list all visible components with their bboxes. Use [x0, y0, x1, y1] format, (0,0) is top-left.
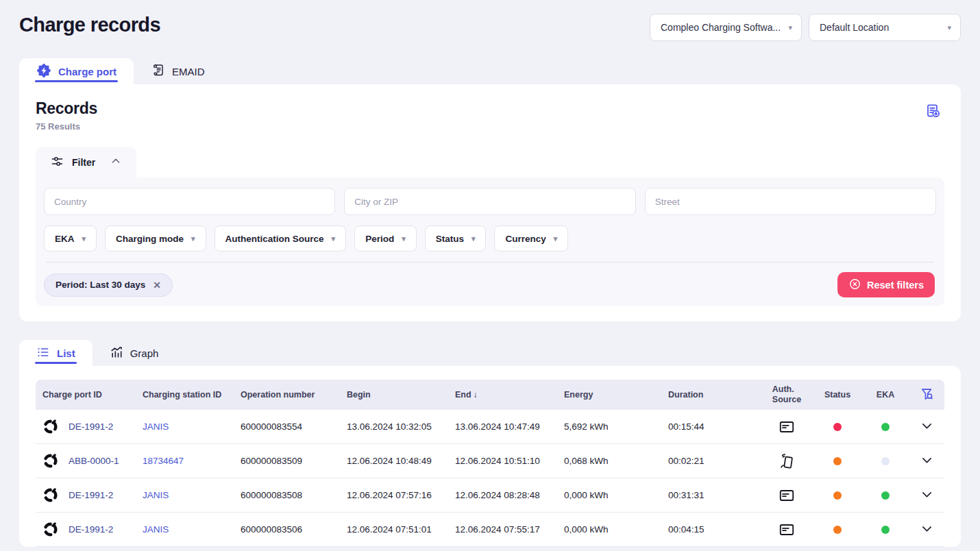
city-zip-input[interactable]	[344, 188, 635, 215]
tab-charge-port-label: Charge port	[58, 66, 117, 77]
eka-dropdown-label: EKA	[55, 234, 75, 244]
chevron-down-icon: ▾	[402, 235, 406, 243]
charge-port-id-link[interactable]: DE-1991-2	[69, 490, 113, 500]
expand-row-button[interactable]	[918, 486, 935, 505]
status-dot	[833, 423, 842, 431]
status-dot	[833, 491, 842, 500]
chevron-down-icon: ▾	[788, 24, 792, 32]
charging-mode-dropdown[interactable]: Charging mode ▾	[105, 225, 206, 252]
period-dropdown[interactable]: Period ▾	[354, 225, 417, 252]
period-dropdown-label: Period	[365, 234, 394, 244]
chevron-down-icon: ▾	[191, 235, 195, 243]
charge-plug-icon	[41, 485, 60, 506]
filter-inputs	[44, 188, 936, 215]
charge-records-page: Charge records Compleo Charging Softwa..…	[0, 0, 980, 547]
eka-dropdown[interactable]: EKA ▾	[44, 225, 97, 252]
col-end[interactable]: End↓	[451, 390, 560, 400]
location-select-value: Default Location	[820, 22, 889, 33]
col-charge-port-id: Charge port ID	[36, 390, 138, 400]
expand-row-button[interactable]	[918, 417, 935, 437]
charging-station-id-link[interactable]: JANIS	[143, 524, 169, 535]
tab-emaid-label: EMAID	[172, 66, 205, 77]
sliders-icon	[51, 155, 64, 170]
charge-port-id-link[interactable]: DE-1991-2	[69, 524, 113, 535]
energy-cell: 0,000 kWh	[560, 490, 664, 500]
filter-divider	[46, 262, 934, 262]
begin-cell: 13.06.2024 10:32:05	[343, 421, 451, 432]
app-auth-icon	[778, 452, 796, 470]
filter-label: Filter	[72, 157, 95, 168]
charging-station-id-link[interactable]: 18734647	[143, 456, 184, 466]
emaid-scroll-icon	[151, 63, 165, 79]
charging-mode-dropdown-label: Charging mode	[116, 234, 184, 244]
country-input[interactable]	[44, 188, 335, 215]
status-dropdown[interactable]: Status ▾	[425, 225, 487, 252]
end-cell: 12.06.2024 10:51:10	[451, 456, 560, 466]
tab-charge-port[interactable]: Charge port	[19, 58, 134, 84]
charging-station-id-link[interactable]: JANIS	[143, 421, 169, 432]
table-row: ABB-0000-1 18734647 600000083509 12.06.2…	[36, 444, 944, 478]
close-icon[interactable]: ✕	[153, 280, 161, 290]
reset-filters-button[interactable]: Reset filters	[837, 272, 935, 297]
chevron-down-icon	[920, 487, 934, 504]
table-row: DE-1991-2 JANIS 600000083506 12.06.2024 …	[36, 513, 944, 547]
records-header: Records 75 Results	[36, 99, 944, 132]
energy-cell: 5,692 kWh	[560, 421, 664, 432]
operation-number-cell: 600000083509	[236, 456, 343, 466]
records-table-card: Charge port ID Charging station ID Opera…	[19, 366, 961, 547]
currency-dropdown[interactable]: Currency ▾	[494, 225, 568, 252]
card-auth-icon	[778, 521, 796, 539]
table-row: DE-1991-2 JANIS 600000083554 13.06.2024 …	[36, 410, 944, 444]
operation-number-cell: 600000083506	[236, 524, 343, 535]
tab-emaid[interactable]: EMAID	[134, 58, 222, 84]
street-input[interactable]	[645, 188, 936, 215]
results-count: 75 Results	[36, 121, 97, 132]
top-selects: Compleo Charging Softwa... ▾ Default Loc…	[650, 14, 961, 41]
col-end-label: End	[455, 390, 471, 400]
sort-descending-icon: ↓	[474, 390, 478, 400]
duration-cell: 00:31:31	[664, 490, 760, 500]
charge-plug-icon	[41, 519, 60, 540]
eka-dot	[881, 423, 890, 431]
period-filter-chip-label: Period: Last 30 days	[56, 280, 145, 290]
operation-number-cell: 600000083508	[236, 490, 343, 500]
circled-x-icon	[848, 278, 861, 293]
period-filter-chip[interactable]: Period: Last 30 days ✕	[44, 273, 173, 297]
expand-row-button[interactable]	[918, 520, 935, 539]
tab-graph[interactable]: Graph	[93, 340, 176, 366]
column-filter-button[interactable]	[920, 387, 935, 404]
filter-dropdowns: EKA ▾ Charging mode ▾ Authentication Sou…	[44, 225, 936, 252]
chevron-down-icon: ▾	[82, 235, 86, 243]
tab-list[interactable]: List	[19, 340, 93, 366]
export-records-button[interactable]	[921, 99, 944, 125]
filter-body: EKA ▾ Charging mode ▾ Authentication Sou…	[36, 177, 944, 306]
records-title: Records	[36, 99, 97, 118]
card-auth-icon	[778, 487, 796, 504]
chevron-down-icon	[920, 522, 934, 538]
authentication-source-dropdown-label: Authentication Source	[225, 234, 324, 244]
col-auth-source: Auth. Source	[760, 384, 813, 405]
end-cell: 12.06.2024 08:28:48	[451, 490, 560, 500]
begin-cell: 12.06.2024 10:48:49	[343, 456, 451, 466]
col-charging-station-id: Charging station ID	[138, 390, 236, 400]
chevron-down-icon	[920, 453, 934, 469]
table-row: DE-1991-2 JANIS 600000083508 12.06.2024 …	[36, 478, 944, 513]
location-select[interactable]: Default Location ▾	[809, 14, 961, 41]
table-header: Charge port ID Charging station ID Opera…	[36, 380, 944, 410]
charge-port-id-link[interactable]: ABB-0000-1	[69, 456, 119, 466]
chevron-down-icon: ▾	[554, 235, 558, 243]
authentication-source-dropdown[interactable]: Authentication Source ▾	[215, 225, 347, 252]
col-eka: EKA	[861, 390, 909, 400]
charging-station-id-link[interactable]: JANIS	[143, 490, 169, 500]
operation-number-cell: 600000083554	[236, 421, 343, 432]
filter-toggle[interactable]: Filter	[36, 147, 136, 177]
tab-list-label: List	[57, 347, 75, 359]
company-select[interactable]: Compleo Charging Softwa... ▾	[650, 14, 802, 41]
filter-section: Filter EKA ▾ Charging mode	[36, 147, 944, 306]
col-duration: Duration	[664, 390, 760, 400]
charge-plug-icon	[41, 451, 60, 472]
charge-port-id-link[interactable]: DE-1991-2	[69, 421, 113, 432]
card-auth-icon	[778, 418, 796, 436]
energy-cell: 0,068 kWh	[560, 456, 664, 466]
expand-row-button[interactable]	[918, 452, 935, 471]
